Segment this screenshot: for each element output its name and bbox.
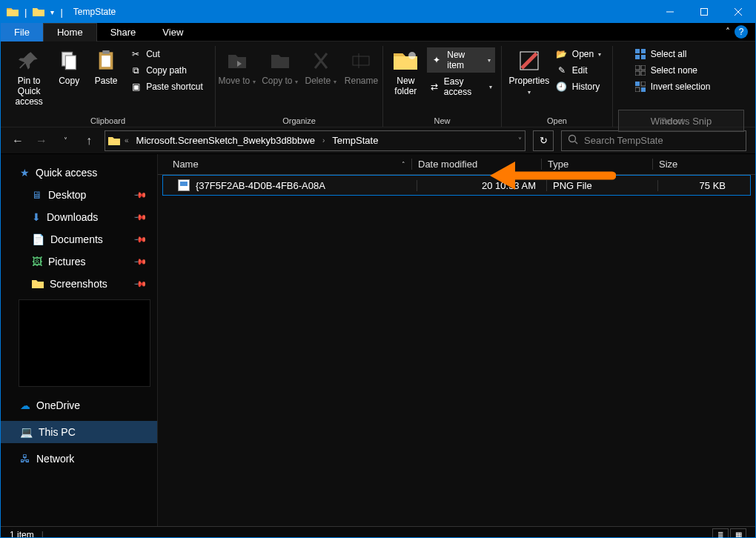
svg-rect-19 [635, 71, 640, 76]
edit-button[interactable]: ✎Edit [553, 64, 604, 77]
this-pc-icon: 💻 [20, 426, 33, 438]
address-dropdown-icon[interactable]: ˅ [518, 136, 522, 145]
sidebar-item-label: This PC [39, 426, 76, 438]
sidebar-item-label: Desktop [48, 189, 86, 201]
paste-shortcut-button[interactable]: ▣Paste shortcut [127, 80, 206, 93]
copy-button[interactable]: Copy [53, 46, 85, 86]
svg-rect-5 [65, 56, 76, 70]
copy-icon [57, 49, 81, 73]
sidebar-thumbnail[interactable] [19, 299, 150, 387]
navigation-sidebar[interactable]: ★ Quick access 🖥 Desktop 📌 ⬇ Downloads 📌… [1, 154, 158, 526]
svg-rect-22 [641, 82, 646, 86]
group-label-organize: Organize [222, 116, 377, 127]
desktop-icon: 🖥 [32, 189, 42, 201]
history-icon: 🕘 [556, 81, 568, 93]
sidebar-item-pictures[interactable]: 🖼 Pictures 📌 [1, 250, 157, 273]
view-details-button[interactable]: ≣ [712, 528, 729, 539]
delete-icon [309, 49, 333, 73]
invert-selection-button[interactable]: Invert selection [631, 80, 714, 93]
documents-icon: 📄 [32, 233, 44, 245]
network-icon: 🖧 [20, 453, 30, 465]
address-bar[interactable]: « Microsoft.ScreenSketch_8wekyb3d8bbwe ›… [105, 130, 525, 151]
sidebar-item-desktop[interactable]: 🖥 Desktop 📌 [1, 184, 157, 206]
open-button[interactable]: 📂Open ▾ [553, 47, 604, 61]
column-header-size[interactable]: Size [652, 159, 726, 170]
file-tab[interactable]: File [1, 23, 43, 41]
sidebar-item-onedrive[interactable]: ☁ OneDrive [1, 394, 157, 416]
svg-rect-8 [102, 56, 110, 67]
copy-path-icon: ⧉ [130, 64, 142, 76]
svg-rect-9 [353, 56, 369, 65]
sidebar-item-network[interactable]: 🖧 Network [1, 448, 157, 470]
nav-history-dropdown[interactable]: ˅ [57, 136, 73, 145]
breadcrumb-sep[interactable]: « [125, 136, 129, 145]
new-item-button[interactable]: ✦New item ▾ [427, 47, 495, 73]
nav-forward-button[interactable]: → [33, 134, 50, 147]
svg-rect-18 [641, 65, 646, 70]
move-to-button[interactable]: Move to ▾ [218, 46, 256, 87]
sidebar-item-label: OneDrive [36, 399, 80, 411]
minimize-button[interactable] [653, 1, 687, 23]
status-item-count: 1 item [10, 530, 34, 539]
file-row[interactable]: {37F5F2AB-4D0B-4FB6-A08A 20 10:53 AM PNG… [162, 175, 751, 196]
scissors-icon: ✂ [130, 48, 142, 60]
pin-icon [17, 49, 41, 73]
nav-up-button[interactable]: ↑ [81, 134, 97, 147]
sidebar-item-downloads[interactable]: ⬇ Downloads 📌 [1, 206, 157, 228]
new-folder-icon [394, 49, 417, 73]
properties-button[interactable]: Properties ▾ [510, 46, 548, 98]
qat-caret-icon[interactable]: ▾ [50, 8, 54, 16]
breadcrumb-seg[interactable]: TempState [329, 135, 381, 146]
home-tab[interactable]: Home [43, 23, 97, 41]
sidebar-item-screenshots[interactable]: Screenshots 📌 [1, 273, 157, 295]
easy-access-button[interactable]: ⇄Easy access ▾ [427, 76, 495, 98]
search-placeholder: Search TempState [584, 135, 663, 146]
close-button[interactable] [721, 1, 755, 23]
folder-icon [32, 279, 44, 289]
svg-marker-28 [490, 162, 515, 190]
edit-icon: ✎ [556, 64, 568, 76]
collapse-ribbon-icon[interactable]: ˄ [726, 27, 730, 37]
nav-back-button[interactable]: ← [10, 134, 26, 147]
select-none-icon [634, 64, 646, 76]
cut-button[interactable]: ✂Cut [127, 47, 206, 61]
history-button[interactable]: 🕘History [553, 80, 604, 93]
copy-path-button[interactable]: ⧉Copy path [127, 64, 206, 77]
svg-rect-23 [635, 87, 640, 92]
help-icon[interactable]: ? [735, 25, 748, 39]
delete-button[interactable]: Delete ▾ [304, 46, 338, 87]
paste-icon [94, 49, 118, 73]
select-all-button[interactable]: Select all [631, 47, 714, 61]
rename-button[interactable]: Rename [342, 46, 381, 86]
svg-rect-1 [701, 9, 708, 16]
paste-button[interactable]: Paste [90, 46, 122, 86]
breadcrumb-seg[interactable]: Microsoft.ScreenSketch_8wekyb3d8bbwe [133, 135, 318, 146]
group-label-new: New [389, 116, 495, 127]
copy-to-button[interactable]: Copy to ▾ [261, 46, 299, 87]
easy-access-icon: ⇄ [430, 81, 440, 93]
ghost-overlay: Windows Snip [618, 110, 744, 132]
select-none-button[interactable]: Select none [631, 64, 714, 77]
view-tab[interactable]: View [149, 23, 196, 41]
sidebar-item-quick-access[interactable]: ★ Quick access [1, 162, 157, 184]
share-tab[interactable]: Share [97, 23, 150, 41]
view-thumbnails-button[interactable]: ▦ [730, 528, 746, 539]
new-folder-button[interactable]: New folder [389, 46, 422, 96]
svg-rect-21 [635, 82, 640, 86]
search-input[interactable]: Search TempState [561, 130, 746, 151]
svg-rect-13 [635, 49, 640, 53]
pin-to-quick-access-button[interactable]: Pin to Quick access [10, 46, 48, 107]
column-header-name[interactable]: Name ˄ [167, 159, 411, 170]
refresh-button[interactable]: ↻ [533, 130, 554, 151]
svg-rect-16 [641, 55, 646, 59]
maximize-button[interactable] [687, 1, 721, 23]
sidebar-item-documents[interactable]: 📄 Documents 📌 [1, 228, 157, 250]
sidebar-item-label: Quick access [36, 167, 97, 179]
chevron-right-icon[interactable]: › [322, 136, 325, 145]
star-icon: ★ [20, 167, 30, 179]
svg-rect-17 [635, 65, 640, 70]
sidebar-item-this-pc[interactable]: 💻 This PC [1, 421, 157, 443]
pin-icon: 📌 [133, 276, 147, 290]
rename-icon [350, 49, 374, 73]
pin-icon: 📌 [133, 187, 147, 202]
